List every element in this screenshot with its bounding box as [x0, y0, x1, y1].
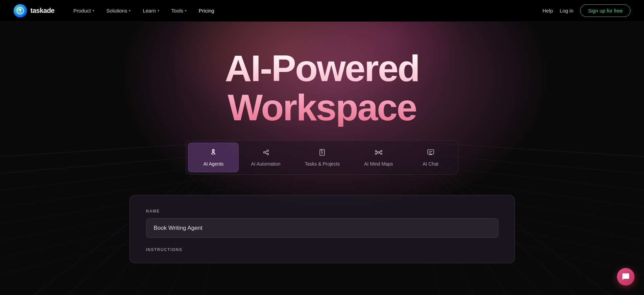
chevron-down-icon: ▾ — [93, 9, 94, 13]
help-link[interactable]: Help — [543, 8, 553, 14]
svg-point-1 — [19, 9, 21, 11]
tasks-icon — [318, 148, 326, 158]
login-link[interactable]: Log in — [560, 8, 574, 14]
hero-section: AI-Powered Workspace AI Agents — [0, 22, 644, 295]
svg-point-33 — [267, 150, 268, 152]
instructions-label: INSTRUCTIONS — [146, 247, 498, 252]
svg-line-44 — [377, 153, 378, 153]
nav-tools[interactable]: Tools ▾ — [166, 5, 192, 16]
nav-product[interactable]: Product ▾ — [68, 5, 100, 16]
name-input[interactable]: Book Writing Agent — [146, 218, 498, 238]
hero-title: AI-Powered Workspace — [225, 49, 419, 127]
svg-line-43 — [377, 151, 378, 152]
tab-tasks-projects[interactable]: Tasks & Projects — [293, 143, 352, 172]
tab-ai-mind-maps[interactable]: AI Mind Maps — [352, 143, 405, 172]
svg-point-42 — [381, 153, 382, 154]
nav-right: Help Log in Sign up for free — [543, 4, 630, 17]
svg-point-32 — [263, 152, 265, 153]
feature-tabs: AI Agents AI Automation — [186, 140, 458, 175]
logo-icon — [14, 4, 27, 18]
tab-ai-agents-label: AI Agents — [203, 161, 223, 167]
nav-learn[interactable]: Learn ▾ — [137, 5, 164, 16]
svg-point-39 — [375, 150, 377, 152]
svg-point-41 — [381, 150, 382, 152]
hero-content: AI-Powered Workspace AI Agents — [0, 22, 644, 263]
svg-line-36 — [265, 153, 267, 154]
tab-tasks-label: Tasks & Projects — [305, 161, 340, 167]
tab-ai-chat[interactable]: AI Chat — [405, 143, 456, 172]
logo-link[interactable]: taskade — [14, 4, 54, 18]
demo-card: NAME Book Writing Agent INSTRUCTIONS — [129, 195, 515, 263]
logo-text: taskade — [30, 7, 54, 15]
chevron-down-icon: ▾ — [185, 9, 187, 13]
chevron-down-icon: ▾ — [158, 9, 159, 13]
ai-agents-icon — [209, 148, 217, 158]
nav-pricing[interactable]: Pricing — [193, 5, 220, 16]
svg-rect-47 — [428, 150, 434, 154]
chevron-down-icon: ▾ — [129, 9, 130, 13]
navbar: taskade Product ▾ Solutions ▾ Learn ▾ To… — [0, 0, 644, 22]
tab-ai-automation[interactable]: AI Automation — [239, 143, 292, 172]
tab-ai-chat-label: AI Chat — [423, 161, 438, 167]
tab-ai-agents[interactable]: AI Agents — [188, 143, 239, 172]
svg-line-35 — [265, 151, 267, 152]
nav-solutions[interactable]: Solutions ▾ — [101, 5, 136, 16]
svg-point-31 — [213, 151, 214, 151]
svg-point-34 — [267, 153, 268, 155]
svg-line-46 — [379, 153, 381, 153]
svg-point-40 — [375, 153, 377, 154]
ai-automation-icon — [262, 148, 270, 158]
name-label: NAME — [146, 209, 498, 214]
svg-point-38 — [378, 152, 379, 153]
nav-links: Product ▾ Solutions ▾ Learn ▾ Tools ▾ Pr… — [68, 5, 543, 16]
svg-line-45 — [379, 151, 381, 152]
chat-icon — [427, 148, 435, 158]
signup-button[interactable]: Sign up for free — [580, 4, 630, 17]
tab-ai-automation-label: AI Automation — [251, 161, 280, 167]
tab-mind-maps-label: AI Mind Maps — [364, 161, 393, 167]
mind-map-icon — [375, 148, 383, 158]
chat-button[interactable] — [617, 268, 635, 286]
